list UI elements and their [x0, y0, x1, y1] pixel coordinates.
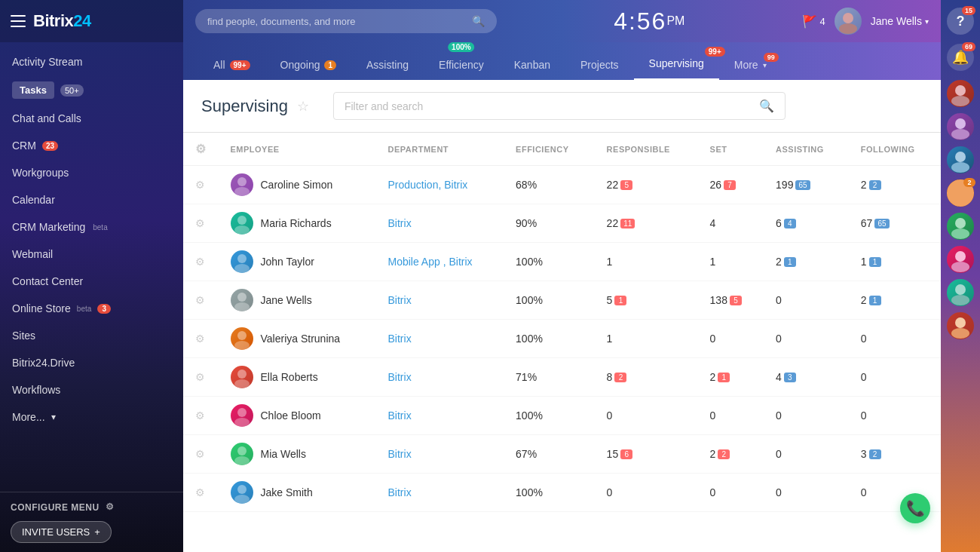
- sidebar-item-crm-marketing[interactable]: CRM Marketing beta: [0, 213, 183, 241]
- svg-point-1: [839, 23, 857, 34]
- department-link[interactable]: Bitrix: [388, 333, 412, 345]
- right-btn-question[interactable]: ? 15: [945, 6, 975, 36]
- right-user-6[interactable]: [945, 244, 975, 274]
- right-user-7[interactable]: [945, 278, 975, 308]
- tab-assisting[interactable]: Assisting: [351, 50, 424, 80]
- table-row[interactable]: ⚙ Valeriya Strunina Bitrix 100% 1 0 0 0: [183, 320, 941, 358]
- department-link[interactable]: Bitrix: [388, 448, 412, 460]
- row-employee: Caroline Simon: [219, 166, 376, 204]
- tab-kanban[interactable]: Kanban: [499, 50, 565, 80]
- row-department: Bitrix: [376, 204, 504, 243]
- table-gear-icon[interactable]: ⚙: [195, 143, 207, 155]
- row-employee: Valeriya Strunina: [219, 320, 376, 358]
- user-name-topbar[interactable]: Jane Wells ▾: [871, 15, 929, 27]
- tab-all-badge: 99+: [230, 60, 250, 70]
- table-row[interactable]: ⚙ Maria Richards Bitrix 90% 22 11 4 6 4 …: [183, 204, 941, 243]
- sidebar-item-crm[interactable]: CRM 23: [0, 132, 183, 159]
- right-user-3[interactable]: [945, 145, 975, 175]
- department-link[interactable]: Bitrix: [388, 217, 412, 229]
- phone-button[interactable]: 📞: [900, 493, 930, 523]
- table-row[interactable]: ⚙ Caroline Simon Production, Bitrix 68% …: [183, 166, 941, 204]
- sidebar-item-tasks[interactable]: Tasks 50+: [0, 75, 183, 105]
- tabs-bar: All 99+ Ongoing 1 Assisting 100% Efficie…: [183, 42, 941, 80]
- search-bar[interactable]: 🔍: [195, 9, 497, 33]
- configure-menu[interactable]: CONFIGURE MENU ⚙: [11, 501, 173, 514]
- row-gear-icon: ⚙: [195, 256, 205, 268]
- table-row[interactable]: ⚙ Mia Wells Bitrix 67% 15 6 2 2 0 3 2: [183, 435, 941, 474]
- row-efficiency: 90%: [504, 204, 595, 243]
- row-employee: Maria Richards: [219, 204, 376, 243]
- sidebar-item-chat-calls[interactable]: Chat and Calls: [0, 105, 183, 132]
- tab-all[interactable]: All 99+: [198, 50, 265, 80]
- search-input[interactable]: [207, 16, 466, 27]
- svg-point-9: [234, 302, 250, 311]
- bell-badge: 69: [962, 42, 975, 51]
- row-responsible: 5 1: [595, 281, 698, 320]
- sidebar-item-online-store[interactable]: Online Store beta 3: [0, 295, 183, 322]
- sidebar-item-calendar[interactable]: Calendar: [0, 186, 183, 213]
- row-responsible: 0: [595, 474, 698, 512]
- flag-badge[interactable]: 🚩 4: [802, 14, 825, 29]
- row-set: 0: [698, 320, 764, 358]
- right-user-1[interactable]: [945, 78, 975, 109]
- table-header-row: ⚙ EMPLOYEE DEPARTMENT EFFICIENCY RESPONS…: [183, 133, 941, 166]
- row-employee: Jake Smith: [219, 474, 376, 512]
- svg-point-31: [955, 284, 966, 295]
- filter-search-input[interactable]: [345, 100, 753, 112]
- row-gear-icon: ⚙: [195, 179, 205, 191]
- department-link[interactable]: Mobile App , Bitrix: [388, 256, 473, 268]
- right-user-4[interactable]: 2: [945, 178, 975, 208]
- svg-point-30: [951, 262, 969, 272]
- right-user-5[interactable]: [945, 211, 975, 241]
- sidebar-item-more[interactable]: More... ▾: [0, 403, 183, 431]
- row-employee: Chloe Bloom: [219, 397, 376, 435]
- right-user-2[interactable]: [945, 112, 975, 142]
- employee-avatar: [231, 212, 253, 235]
- sidebar-item-contact-center[interactable]: Contact Center: [0, 268, 183, 295]
- table-row[interactable]: ⚙ Jake Smith Bitrix 100% 0 0 0 0: [183, 474, 941, 512]
- department-link[interactable]: Production, Bitrix: [388, 179, 468, 191]
- row-set: 138 5: [698, 281, 764, 320]
- table-row[interactable]: ⚙ Chloe Bloom Bitrix 100% 0 0 0 0: [183, 397, 941, 435]
- sidebar-item-activity-stream[interactable]: Activity Stream: [0, 48, 183, 75]
- tasks-label: Tasks: [12, 81, 54, 99]
- employee-avatar: [231, 443, 253, 465]
- employee-avatar: [231, 404, 253, 427]
- row-responsible: 1: [595, 243, 698, 281]
- department-link[interactable]: Bitrix: [388, 371, 412, 383]
- tab-ongoing[interactable]: Ongoing 1: [265, 50, 352, 80]
- row-responsible: 22 5: [595, 166, 698, 204]
- table-body: ⚙ Caroline Simon Production, Bitrix 68% …: [183, 166, 941, 512]
- row-following: 3 2: [849, 435, 941, 474]
- svg-point-22: [955, 118, 966, 129]
- sidebar-item-workflows[interactable]: Workflows: [0, 376, 183, 403]
- table-row[interactable]: ⚙ Jane Wells Bitrix 100% 5 1 138 5 0 2 1: [183, 281, 941, 320]
- employee-name: Chloe Bloom: [261, 409, 321, 422]
- tab-efficiency[interactable]: 100% Efficiency: [424, 44, 499, 80]
- filter-search[interactable]: 🔍: [333, 92, 786, 120]
- sidebar-item-sites[interactable]: Sites: [0, 322, 183, 349]
- chevron-down-icon: ▾: [925, 17, 929, 26]
- department-link[interactable]: Bitrix: [388, 409, 412, 422]
- right-user-4-badge: 2: [963, 178, 975, 187]
- department-link[interactable]: Bitrix: [388, 486, 412, 498]
- star-icon[interactable]: ☆: [297, 98, 309, 115]
- row-following: 0: [849, 320, 941, 358]
- tab-more[interactable]: 99 More ▾: [719, 50, 782, 80]
- department-link[interactable]: Bitrix: [388, 294, 412, 306]
- table-row[interactable]: ⚙ Ella Roberts Bitrix 71% 8 2 2 1 4 3 0: [183, 358, 941, 397]
- invite-users-button[interactable]: INVITE USERS +: [11, 521, 112, 543]
- main-content: 🔍 4:56PM 🚩 4 Jane Wells ▾: [183, 0, 941, 552]
- tab-projects[interactable]: Projects: [565, 50, 634, 80]
- topbar-right: 🚩 4 Jane Wells ▾: [802, 8, 929, 35]
- sidebar-item-workgroups[interactable]: Workgroups: [0, 159, 183, 186]
- col-efficiency: EFFICIENCY: [504, 133, 595, 166]
- tab-supervising[interactable]: 99+ Supervising: [634, 48, 719, 80]
- sidebar-item-webmail[interactable]: Webmail: [0, 241, 183, 268]
- right-user-8[interactable]: [945, 311, 975, 341]
- right-btn-bell[interactable]: 🔔 69: [945, 42, 975, 72]
- table-row[interactable]: ⚙ John Taylor Mobile App , Bitrix 100% 1…: [183, 243, 941, 281]
- hamburger-icon[interactable]: [11, 15, 26, 27]
- sidebar-item-bitrix24-drive[interactable]: Bitrix24.Drive: [0, 349, 183, 376]
- employee-avatar: [231, 289, 253, 311]
